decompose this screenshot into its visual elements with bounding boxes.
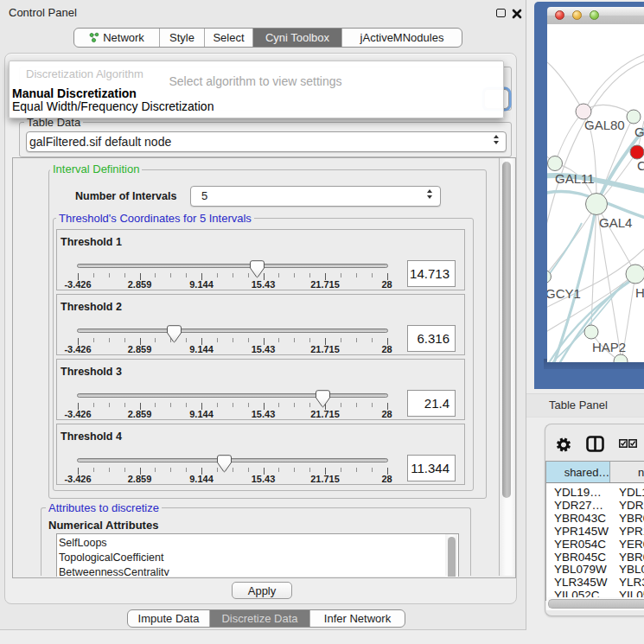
- svg-text:GAL80: GAL80: [584, 118, 625, 132]
- svg-text:HAP2: HAP2: [592, 340, 626, 354]
- svg-text:CD: CD: [637, 158, 644, 173]
- svg-text:GCY1: GCY1: [547, 286, 581, 301]
- svg-text:GAL11: GAL11: [555, 171, 595, 186]
- svg-text:GAL4: GAL4: [599, 215, 632, 230]
- svg-text:GAL7: GAL7: [634, 124, 644, 139]
- svg-text:HI: HI: [635, 285, 644, 300]
